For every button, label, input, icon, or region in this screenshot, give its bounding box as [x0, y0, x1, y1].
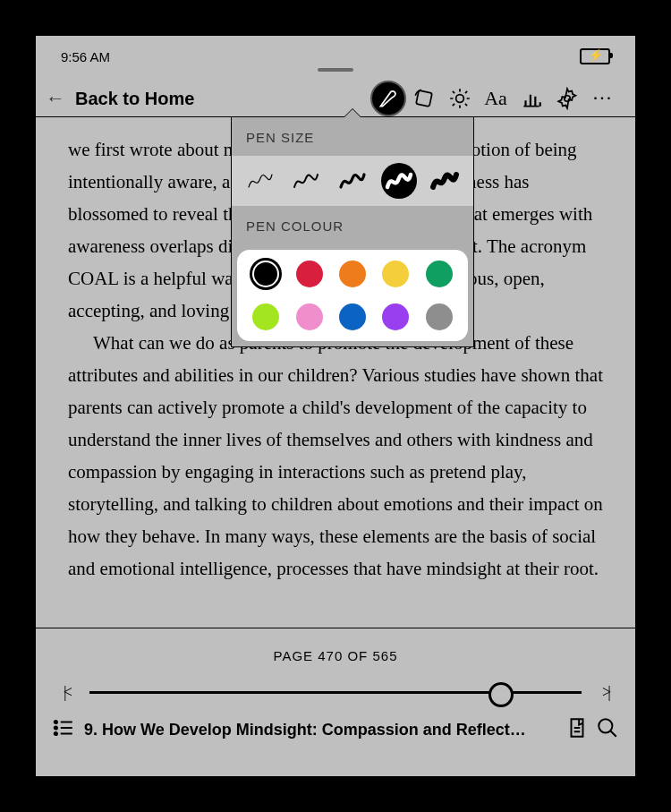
progress-slider[interactable]	[89, 691, 582, 694]
paragraph: What can we do as parents to promote the…	[68, 327, 603, 585]
svg-point-6	[599, 719, 612, 732]
status-bar: 9:56 AM ⚡	[36, 36, 635, 68]
brightness-button[interactable]	[442, 81, 478, 116]
back-to-home-button[interactable]: Back to Home	[75, 89, 194, 109]
settings-button[interactable]	[549, 81, 585, 116]
popover-arrow	[344, 108, 361, 117]
pen-colour-grid	[237, 250, 468, 341]
search-button[interactable]	[596, 716, 619, 743]
colour-swatch[interactable]	[426, 303, 453, 330]
toc-icon	[52, 716, 75, 739]
progress-slider-row: |< >|	[36, 663, 635, 702]
svg-point-4	[55, 726, 57, 729]
svg-point-3	[55, 721, 57, 723]
colour-swatch[interactable]	[339, 261, 366, 287]
svg-point-5	[55, 732, 57, 735]
pen-size-option[interactable]	[242, 163, 278, 199]
pen-size-label: PEN SIZE	[232, 117, 473, 156]
pen-colour-label: PEN COLOUR	[232, 206, 473, 244]
pen-size-option[interactable]	[335, 163, 370, 199]
gear-icon	[556, 87, 579, 110]
colour-swatch[interactable]	[382, 303, 409, 330]
font-button[interactable]: Aa	[478, 81, 514, 116]
colour-swatch[interactable]	[296, 261, 323, 287]
pen-icon	[370, 81, 406, 116]
pen-tool-button[interactable]	[370, 81, 406, 116]
pen-size-row	[232, 156, 473, 206]
slider-thumb[interactable]	[488, 682, 514, 707]
more-button[interactable]: ···	[585, 81, 621, 116]
pen-size-option[interactable]	[381, 163, 417, 199]
notes-button[interactable]	[565, 716, 589, 743]
drag-handle[interactable]	[318, 68, 353, 72]
stats-icon	[520, 87, 543, 110]
svg-rect-0	[416, 90, 432, 107]
colour-swatch[interactable]	[296, 303, 323, 330]
pen-popover: PEN SIZE PEN COLOUR	[231, 116, 474, 347]
back-arrow-icon[interactable]: ←	[45, 87, 66, 110]
clock: 9:56 AM	[61, 49, 110, 64]
toolbar: ← Back to Home Aa ···	[36, 77, 635, 120]
toc-button[interactable]	[52, 716, 75, 743]
stats-button[interactable]	[514, 81, 549, 116]
battery-icon: ⚡	[580, 48, 610, 64]
colour-swatch[interactable]	[382, 261, 409, 287]
pen-size-option[interactable]	[288, 163, 324, 199]
brightness-icon	[448, 87, 471, 110]
pen-size-option[interactable]	[427, 163, 463, 199]
footer-bar: PAGE 470 OF 565 |< >| 9. How We Develop …	[36, 628, 635, 776]
search-icon	[596, 716, 619, 739]
chapter-title[interactable]: 9. How We Develop Mindsight: Compassion …	[75, 721, 565, 739]
colour-swatch[interactable]	[252, 261, 279, 287]
go-start-button[interactable]: |<	[55, 683, 77, 702]
page-indicator: PAGE 470 OF 565	[36, 628, 635, 663]
go-end-button[interactable]: >|	[594, 683, 616, 702]
rotate-icon	[412, 87, 436, 110]
colour-swatch[interactable]	[339, 303, 366, 330]
rotate-button[interactable]	[406, 81, 442, 116]
colour-swatch[interactable]	[252, 303, 279, 330]
ereader-screen: 9:56 AM ⚡ ← Back to Home Aa ··· we first…	[36, 36, 635, 776]
note-icon	[565, 716, 589, 739]
colour-swatch[interactable]	[426, 261, 453, 287]
svg-point-1	[456, 95, 464, 103]
